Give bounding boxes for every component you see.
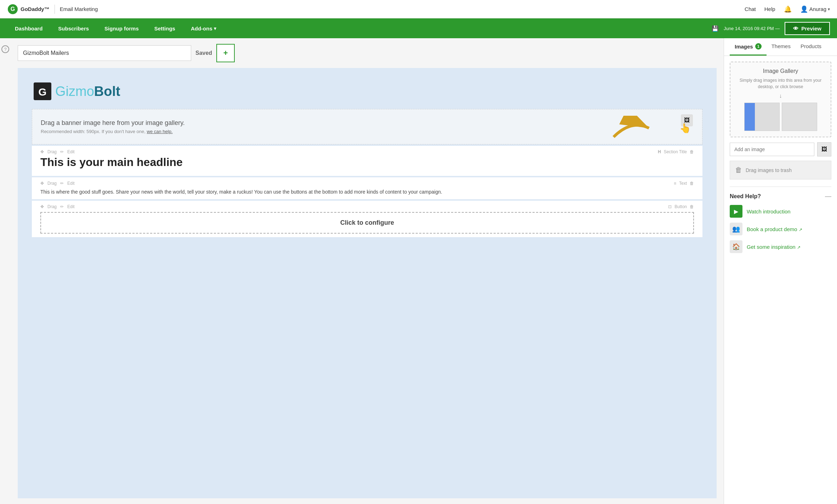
banner-sub-text: Recommended width: 590px. If you don't h… (41, 129, 694, 134)
help-link-item-2: 👥 Book a product demo ↗ (730, 223, 831, 235)
tab-images-label: Images (735, 44, 753, 50)
button-edit-icon[interactable]: ✏ (60, 204, 64, 209)
trash-bin-icon: 🗑 (735, 166, 742, 174)
brand-name: GoDaddy™ (21, 6, 50, 12)
need-help-header: Need Help? — (730, 193, 831, 200)
section-title-type-label: Section Title (664, 149, 687, 154)
drag-to-trash-area[interactable]: 🗑 Drag images to trash (730, 161, 831, 179)
gallery-arrow-down: ↓ (736, 93, 825, 99)
gallery-thumb-1[interactable] (744, 103, 780, 131)
cta-configure-area[interactable]: Click to configure (40, 212, 694, 234)
add-image-input[interactable] (730, 143, 814, 156)
need-help-title: Need Help? (730, 193, 761, 200)
section-edit-label: Edit (67, 149, 75, 154)
book-demo-icon: 👥 (730, 223, 742, 235)
banner-drop-area[interactable]: 🖼 👆 Drag a banner image here from your i… (32, 109, 702, 144)
panel-divider (730, 187, 831, 187)
image-gallery-box: Image Gallery Simply drag images into th… (730, 62, 831, 137)
text-drag-icon[interactable]: ✥ (40, 181, 44, 186)
text-edit-icon[interactable]: ✏ (60, 181, 64, 186)
gizmobolt-logo: G GizmoBolt (32, 81, 120, 102)
tab-themes-label: Themes (771, 43, 791, 49)
add-block-button[interactable]: + (216, 44, 235, 62)
text-delete-icon[interactable]: 🗑 (690, 181, 694, 186)
watch-introduction-link[interactable]: Watch introduction (747, 208, 791, 214)
preview-eye-icon: 👁 (793, 25, 798, 31)
section-delete-icon[interactable]: 🗑 (690, 149, 694, 154)
main-headline-text[interactable]: This is your main headline (40, 156, 694, 169)
email-canvas: G GizmoBolt (18, 68, 717, 498)
tab-products-label: Products (801, 43, 821, 49)
preview-label: Preview (801, 25, 821, 31)
button-delete-icon[interactable]: 🗑 (690, 204, 694, 209)
button-edit-label: Edit (67, 204, 75, 209)
add-image-upload-button[interactable]: 🖼 (817, 142, 831, 156)
section-drag-icon[interactable]: ✥ (40, 149, 44, 154)
chat-link[interactable]: Chat (745, 6, 756, 12)
addons-caret-icon: ▾ (214, 26, 216, 31)
user-caret-icon: ▾ (828, 7, 830, 12)
gallery-thumb-2[interactable] (782, 103, 817, 131)
campaign-name-input[interactable] (18, 45, 191, 61)
button-type-label: Button (674, 204, 687, 209)
nav-dashboard[interactable]: Dashboard (7, 18, 50, 38)
text-block: ✥ Drag ✏ Edit ≡ Text 🗑 This is where the… (32, 177, 702, 199)
svg-text:G: G (11, 6, 15, 12)
help-link-item-1: ▶ Watch introduction (730, 205, 831, 218)
gallery-desc: Simply drag images into this area from y… (736, 77, 825, 90)
get-inspiration-label: Get some inspiration (747, 244, 796, 250)
nav-subscribers[interactable]: Subscribers (50, 18, 97, 38)
section-drag-label: Drag (47, 149, 57, 154)
watch-intro-icon: ▶ (730, 205, 742, 218)
notification-bell-icon[interactable]: 🔔 (784, 5, 792, 13)
user-avatar-icon: 👤 (800, 5, 808, 13)
help-side-panel: ? (0, 38, 11, 504)
text-type-icon: ≡ (674, 181, 676, 186)
editor-area: Saved + G GizmoBolt (11, 38, 724, 504)
get-inspiration-link[interactable]: Get some inspiration ↗ (747, 244, 801, 250)
button-block-toolbar: ✥ Drag ✏ Edit ⊡ Button 🗑 (40, 204, 694, 209)
text-edit-label: Edit (67, 181, 75, 186)
body-text[interactable]: This is where the good stuff goes. Share… (40, 188, 694, 196)
nav-settings[interactable]: Settings (147, 18, 183, 38)
banner-help-link[interactable]: we can help. (147, 129, 173, 134)
right-panel: Images 1 Themes Products Image Gallery S… (724, 38, 837, 504)
main-layout: ? Saved + G (0, 38, 837, 504)
brand-logo[interactable]: G GoDaddy™ Email Marketing (7, 4, 98, 15)
section-toolbar-right: H Section Title 🗑 (658, 149, 694, 154)
book-demo-link[interactable]: Book a product demo ↗ (747, 226, 802, 232)
logo-bolt: Bolt (94, 84, 120, 99)
editor-toolbar: Saved + (18, 44, 717, 62)
section-edit-icon[interactable]: ✏ (60, 149, 64, 154)
button-toolbar-left: ✥ Drag ✏ Edit (40, 204, 75, 209)
book-demo-external-icon: ↗ (799, 227, 802, 232)
preview-button[interactable]: 👁 Preview (785, 22, 830, 35)
green-nav: Dashboard Subscribers Signup forms Setti… (0, 18, 837, 38)
tab-products[interactable]: Products (796, 38, 826, 56)
save-time-icon: 💾 (712, 25, 719, 32)
svg-text:G: G (38, 86, 46, 98)
tab-themes[interactable]: Themes (767, 38, 796, 56)
help-link-item-3: 🏠 Get some inspiration ↗ (730, 240, 831, 253)
green-nav-right: 💾 June 14, 2016 09:42 PM — 👁 Preview (712, 22, 830, 35)
help-circle-button[interactable]: ? (1, 45, 9, 53)
need-help-collapse-icon[interactable]: — (825, 193, 831, 200)
gallery-title: Image Gallery (736, 68, 825, 74)
button-block: ✥ Drag ✏ Edit ⊡ Button 🗑 Click to config… (32, 201, 702, 237)
text-type-label: Text (679, 181, 687, 186)
nav-addons[interactable]: Add-ons ▾ (183, 18, 224, 38)
product-name: Email Marketing (60, 6, 98, 12)
saved-status-badge: Saved (195, 50, 212, 56)
cta-text: Click to configure (340, 219, 394, 226)
user-name: Anurag (809, 6, 826, 12)
nav-signup-forms[interactable]: Signup forms (97, 18, 147, 38)
button-drag-icon[interactable]: ✥ (40, 204, 44, 209)
button-toolbar-right: ⊡ Button 🗑 (668, 204, 694, 209)
drag-trash-label: Drag images to trash (746, 167, 792, 173)
panel-tabs: Images 1 Themes Products (724, 38, 837, 56)
help-link[interactable]: Help (764, 6, 775, 12)
cursor-hand-icon: 👆 (679, 123, 691, 134)
logo-text: GizmoBolt (55, 84, 120, 99)
tab-images[interactable]: Images 1 (730, 38, 767, 56)
user-menu[interactable]: 👤 Anurag ▾ (800, 5, 830, 13)
